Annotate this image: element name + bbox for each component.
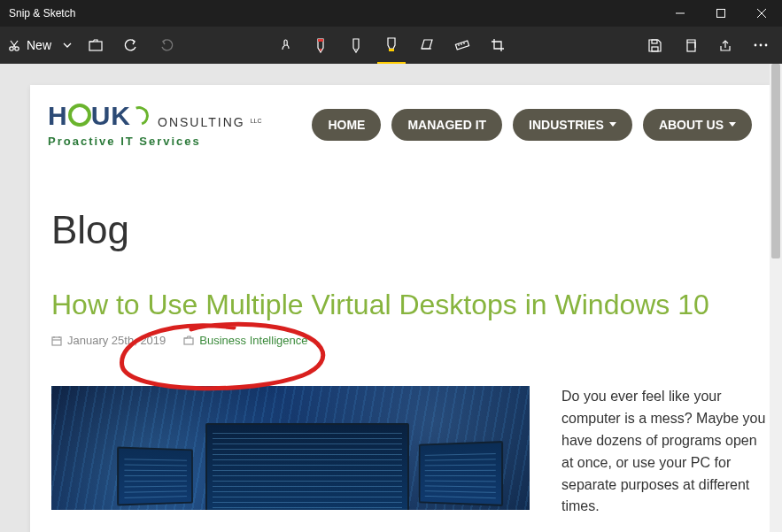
vertical-scrollbar[interactable] <box>770 64 782 532</box>
logo-llc: LLC <box>251 118 262 124</box>
site-navbar: HUK ONSULTING LLC Proactive IT Services … <box>30 85 770 164</box>
save-button[interactable] <box>637 27 672 64</box>
svg-rect-10 <box>318 39 323 42</box>
svg-rect-33 <box>184 338 193 344</box>
open-file-button[interactable] <box>78 27 113 64</box>
nav-industries[interactable]: INDUSTRIES <box>513 109 632 141</box>
post-meta: January 25th, 2019 Business Intelligence <box>51 334 770 347</box>
svg-marker-14 <box>388 38 395 49</box>
close-button[interactable] <box>741 0 782 27</box>
svg-rect-29 <box>52 337 61 345</box>
more-button[interactable] <box>743 27 778 64</box>
undo-button[interactable] <box>113 27 149 64</box>
post-date: January 25th, 2019 <box>67 334 166 347</box>
highlighter-tool[interactable] <box>374 27 409 64</box>
logo-tagline: Proactive IT Services <box>48 135 262 148</box>
post-title[interactable]: How to Use Multiple Virtual Desktops in … <box>51 288 770 321</box>
post-category-link[interactable]: Business Intelligence <box>199 334 307 347</box>
new-snip-button[interactable]: New <box>0 27 57 64</box>
new-snip-dropdown[interactable] <box>57 27 78 64</box>
window-titlebar: Snip & Sketch <box>0 0 782 27</box>
svg-marker-16 <box>422 40 432 49</box>
eraser-tool[interactable] <box>409 27 445 64</box>
maximize-button[interactable] <box>701 0 741 27</box>
scroll-thumb[interactable] <box>771 64 780 258</box>
canvas-area[interactable]: HUK ONSULTING LLC Proactive IT Services … <box>0 64 782 532</box>
svg-point-26 <box>755 44 757 47</box>
svg-rect-23 <box>652 47 658 51</box>
caret-down-icon <box>729 122 736 127</box>
captured-content: HUK ONSULTING LLC Proactive IT Services … <box>30 85 770 532</box>
calendar-icon <box>51 335 62 346</box>
window-title: Snip & Sketch <box>0 7 660 19</box>
app-toolbar: New <box>0 27 782 64</box>
redo-button[interactable] <box>149 27 184 64</box>
ruler-tool[interactable] <box>445 27 480 64</box>
page-heading: Blog <box>51 208 770 252</box>
share-button[interactable] <box>708 27 743 64</box>
site-logo: HUK ONSULTING LLC Proactive IT Services <box>48 101 262 148</box>
pencil-tool[interactable] <box>338 27 374 64</box>
copy-button[interactable] <box>672 27 708 64</box>
caret-down-icon <box>609 122 616 127</box>
nav-managed-it[interactable]: MANAGED IT <box>391 109 502 141</box>
svg-point-27 <box>760 44 763 47</box>
new-label: New <box>27 38 51 52</box>
svg-rect-24 <box>652 40 657 43</box>
post-excerpt: Do you ever feel like your computer is a… <box>561 386 770 532</box>
minimize-button[interactable] <box>660 0 701 27</box>
post-hero-image <box>51 386 530 510</box>
logo-text: HUK <box>48 101 131 131</box>
svg-rect-1 <box>717 10 725 18</box>
ballpoint-pen-tool[interactable] <box>303 27 338 64</box>
svg-rect-25 <box>687 42 695 51</box>
nav-home[interactable]: HOME <box>312 109 381 141</box>
svg-marker-22 <box>649 40 661 51</box>
svg-rect-8 <box>89 42 102 50</box>
folder-icon <box>183 335 194 345</box>
nav-about-us[interactable]: ABOUT US <box>643 109 752 141</box>
touch-writing-tool[interactable] <box>267 27 303 64</box>
crop-tool[interactable] <box>480 27 515 64</box>
logo-consult: ONSULTING <box>158 115 245 129</box>
svg-rect-15 <box>389 49 394 51</box>
svg-point-28 <box>765 44 768 47</box>
svg-rect-18 <box>455 41 468 50</box>
